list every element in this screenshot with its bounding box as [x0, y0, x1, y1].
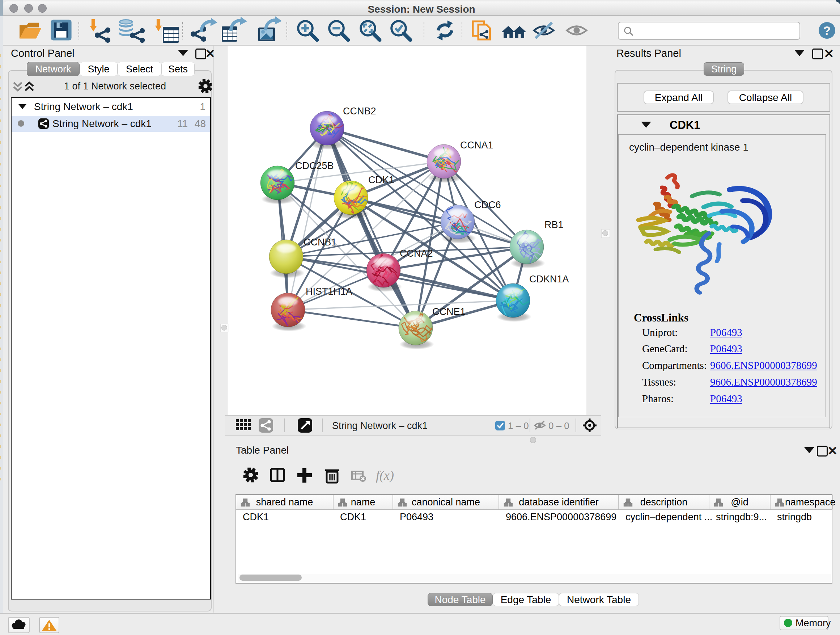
svg-text:CDK1: CDK1: [368, 174, 394, 185]
svg-text:HIST1H1A: HIST1H1A: [306, 286, 352, 297]
svg-text:String Network – cdk1: String Network – cdk1: [52, 118, 152, 129]
svg-text:0 – 0: 0 – 0: [548, 420, 569, 431]
svg-text:RB1: RB1: [545, 219, 564, 230]
svg-text:1 – 0: 1 – 0: [508, 420, 529, 431]
svg-text:CDC6: CDC6: [474, 200, 501, 211]
svg-text:f(x): f(x): [376, 468, 394, 483]
svg-text:String Network – cdk1: String Network – cdk1: [34, 101, 133, 112]
svg-text:CDC25B: CDC25B: [295, 160, 334, 171]
svg-text:48: 48: [195, 118, 206, 129]
svg-text:11: 11: [177, 118, 188, 129]
svg-text:?: ?: [823, 24, 831, 37]
svg-text:cyclin–dependent kinase 1: cyclin–dependent kinase 1: [629, 141, 748, 153]
svg-text:CCNE1: CCNE1: [432, 306, 466, 317]
svg-text:CCNA2: CCNA2: [400, 248, 433, 259]
svg-text:CDKN1A: CDKN1A: [529, 274, 569, 285]
svg-text:String Network – cdk1: String Network – cdk1: [332, 420, 428, 431]
svg-text:CCNB2: CCNB2: [343, 106, 376, 117]
svg-text:CCNA1: CCNA1: [460, 140, 493, 150]
svg-text:CCNB1: CCNB1: [303, 237, 337, 248]
svg-text:1: 1: [200, 101, 205, 112]
svg-text:1 of 1 Network selected: 1 of 1 Network selected: [64, 81, 166, 92]
